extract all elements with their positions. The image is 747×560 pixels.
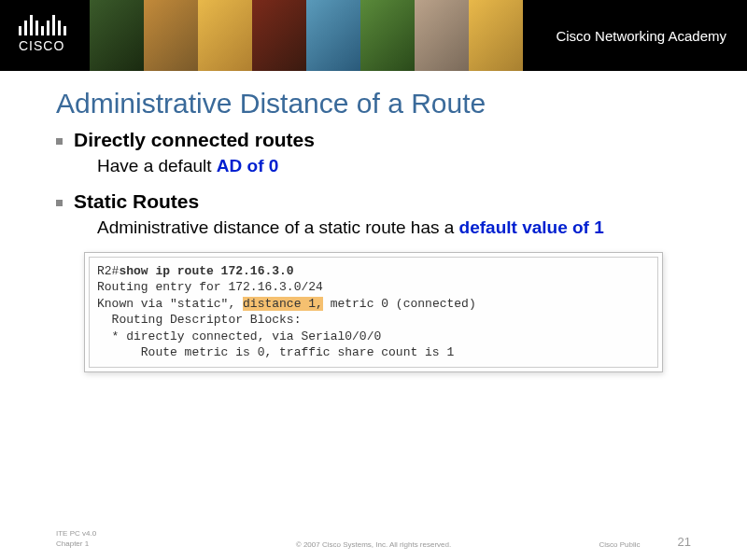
footer-copyright: © 2007 Cisco Systems, Inc. All rights re… xyxy=(296,540,451,549)
bullet-2: Static Routes xyxy=(56,190,691,213)
footer-left: ITE PC v4.0 Chapter 1 xyxy=(56,529,96,549)
code-output-box: R2#show ip route 172.16.3.0 Routing entr… xyxy=(84,252,663,372)
header-photo xyxy=(144,0,198,71)
code-line-pre: Known via "static", xyxy=(97,297,243,311)
slide-title: Administrative Distance of a Route xyxy=(56,88,691,119)
footer-chapter: Chapter 1 xyxy=(56,539,96,549)
academy-label: Cisco Networking Academy xyxy=(556,28,726,44)
header-photo-strip xyxy=(90,0,523,71)
bullet-1: Directly connected routes xyxy=(56,129,691,151)
page-number: 21 xyxy=(678,535,691,549)
code-line: Routing entry for 172.16.3.0/24 xyxy=(97,280,323,294)
bullet-2-sub: Administrative distance of a static rout… xyxy=(97,217,691,239)
bullet-2-sub-highlight: default value of 1 xyxy=(459,217,604,237)
header-photo xyxy=(252,0,306,71)
cisco-logo-text: CISCO xyxy=(19,38,66,53)
code-highlight: distance 1, xyxy=(243,297,323,311)
code-line: Route metric is 0, traffic share count i… xyxy=(97,345,454,359)
code-command: show ip route 172.16.3.0 xyxy=(119,264,293,278)
code-line: * directly connected, via Serial0/0/0 xyxy=(97,329,381,343)
bullet-1-sub-highlight: AD of 0 xyxy=(217,156,279,175)
code-output: R2#show ip route 172.16.3.0 Routing entr… xyxy=(89,257,658,368)
cisco-bars-icon xyxy=(19,11,66,35)
header-photo xyxy=(90,0,144,71)
bullet-1-sub: Have a default AD of 0 xyxy=(97,155,691,177)
footer: ITE PC v4.0 Chapter 1 © 2007 Cisco Syste… xyxy=(0,529,747,549)
header-photo xyxy=(415,0,469,71)
header-band: CISCO Cisco Networking Academy xyxy=(0,0,747,71)
bullet-2-heading: Static Routes xyxy=(74,190,199,213)
header-photo xyxy=(306,0,360,71)
bullet-icon xyxy=(56,138,63,145)
slide-content: Administrative Distance of a Route Direc… xyxy=(0,71,747,372)
cisco-logo: CISCO xyxy=(19,11,66,53)
header-photo xyxy=(469,0,523,71)
bullet-2-sub-pre: Administrative distance of a static rout… xyxy=(97,217,459,237)
footer-right: Cisco Public 21 xyxy=(599,535,691,549)
code-prompt: R2# xyxy=(97,264,119,278)
footer-classification: Cisco Public xyxy=(599,540,641,549)
header-photo xyxy=(198,0,252,71)
footer-course: ITE PC v4.0 xyxy=(56,529,96,539)
code-line-post: metric 0 (connected) xyxy=(323,297,476,311)
bullet-1-heading: Directly connected routes xyxy=(74,129,315,151)
bullet-1-sub-pre: Have a default xyxy=(97,156,217,175)
header-photo xyxy=(360,0,415,71)
bullet-icon xyxy=(56,200,63,206)
code-line: Routing Descriptor Blocks: xyxy=(97,313,301,327)
